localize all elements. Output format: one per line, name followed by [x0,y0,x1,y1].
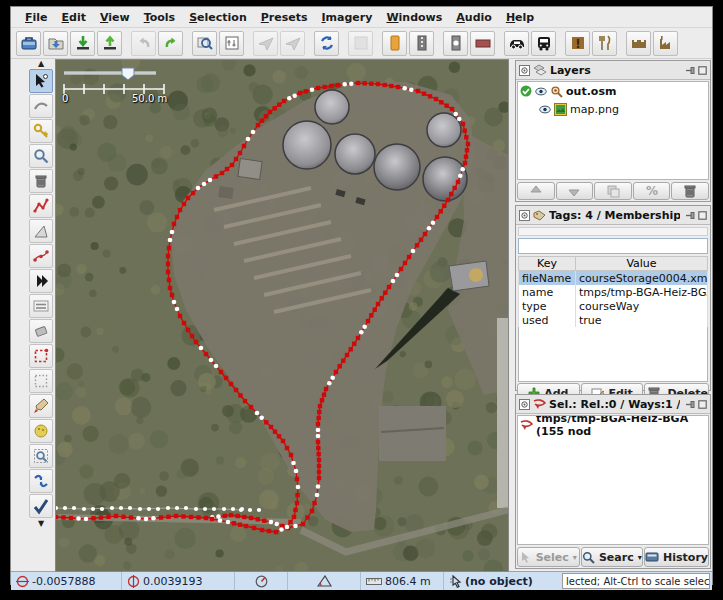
layer-duplicate-button[interactable] [594,182,632,200]
menu-presets[interactable]: Presets [255,9,316,26]
paint-tool[interactable] [29,394,53,418]
refresh-button[interactable] [314,31,339,56]
layers-icon [533,64,547,76]
search-icon [582,551,595,564]
redo-button[interactable] [158,31,183,56]
tools-scroll-up-icon[interactable]: ▲ [38,59,44,68]
search-button[interactable]: Searc▾ [581,547,644,567]
eye-icon[interactable] [539,105,551,114]
menu-view[interactable]: View [94,9,138,26]
tag-filter-input[interactable] [518,238,708,254]
open-file-button[interactable] [16,31,41,56]
draw-way-tool[interactable] [29,94,53,118]
preset-motorway-button[interactable] [382,31,407,56]
preset-car-button[interactable] [504,31,529,56]
palette-tool[interactable] [29,419,53,443]
pin-icon[interactable] [686,66,695,75]
more-tools[interactable] [29,269,53,293]
apply-tool[interactable] [29,494,53,518]
heading-readout [235,572,288,590]
osm-layer-icon [550,85,563,98]
preset-trunk-button[interactable] [409,31,434,56]
tags-panel: Tags: 4 / Memberships: 0 Key Value fileN… [515,205,711,391]
main-toolbar: ! [11,28,712,59]
blank-button[interactable] [348,31,373,56]
preset-road-button[interactable] [443,31,468,56]
layers-title: Layers [550,64,591,77]
key-tool[interactable] [29,119,53,143]
tag-row[interactable]: typecourseWay [519,299,708,313]
selection-mode-button[interactable]: Selec▾ [517,547,580,567]
node-path-tool[interactable] [29,244,53,268]
tags-table: Key Value fileNamecourseStorage0004.xml … [518,256,708,327]
menu-audio[interactable]: Audio [450,9,500,26]
popout-icon[interactable] [698,211,707,220]
tag-icon [533,210,546,221]
collapse-icon[interactable] [519,65,530,76]
menu-selection[interactable]: Selection [183,9,255,26]
josm-window: FileEditViewToolsSelectionPresetsImagery… [10,6,713,585]
layer-row-out-osm[interactable]: out.osm [518,82,708,100]
tools-scroll-down-icon[interactable]: ▼ [38,519,44,528]
eye-icon[interactable] [535,87,547,96]
tag-row[interactable]: nametmps/tmp-BGA-Heiz-BGA [519,285,708,299]
menu-imagery[interactable]: Imagery [316,9,381,26]
pin-icon[interactable] [686,211,695,220]
zoom-tool[interactable] [29,144,53,168]
upload-data-button[interactable] [97,31,122,56]
aerial-imagery [56,60,508,571]
wms-layer-button[interactable] [280,31,305,56]
collapse-icon[interactable] [519,210,530,221]
angle-tool[interactable] [29,219,53,243]
longitude-icon [16,575,29,588]
parallel-tool[interactable] [29,294,53,318]
layer-down-button[interactable] [556,182,594,200]
undo-button[interactable] [131,31,156,56]
improve-way-tool[interactable] [29,194,53,218]
preset-building-button[interactable] [470,31,495,56]
menu-edit[interactable]: Edit [56,9,94,26]
tag-row[interactable]: usedtrue [519,313,708,327]
layer-up-button[interactable] [517,182,555,200]
history-button[interactable]: History [644,547,709,567]
layer-delete-button[interactable] [671,182,709,200]
menu-help[interactable]: Help [500,9,542,26]
extrude-tool[interactable] [29,344,53,368]
zoom-box-tool[interactable] [29,444,53,468]
menu-tools[interactable]: Tools [138,9,183,26]
tag-row[interactable]: fileNamecourseStorage0004.xml [519,271,708,286]
preset-bus-button[interactable] [531,31,556,56]
selection-item[interactable]: tmps/tmp-BGA-Heiz-BGA (155 nod [518,416,708,434]
latitude-readout: 0.0039193 [122,572,235,590]
edit-toolbar: ▲ ▼ [27,59,55,571]
layer-opacity-button[interactable]: % [633,182,671,200]
select-tool[interactable] [29,69,53,93]
zoom-selection-button[interactable] [192,31,217,56]
pin-icon[interactable] [686,400,695,409]
longitude-readout: -0.0057888 [11,572,122,590]
preset-tourism-button[interactable]: ! [565,31,590,56]
map-canvas[interactable]: 0 50.0 m [55,59,509,572]
popout-icon[interactable] [698,66,707,75]
layer-row-map-png[interactable]: map.png [518,100,708,118]
merge-tool[interactable] [29,469,53,493]
value-column-header[interactable]: Value [576,257,708,271]
preset-works-button[interactable] [653,31,678,56]
wms-button[interactable] [253,31,278,56]
preset-castle-button[interactable] [626,31,651,56]
menu-windows[interactable]: Windows [380,9,450,26]
popout-icon[interactable] [698,400,707,409]
save-button[interactable] [43,31,68,56]
download-data-button[interactable] [70,31,95,56]
toggle-dialogs-button[interactable] [219,31,244,56]
menu-file[interactable]: File [19,9,56,26]
delete-tool[interactable] [29,169,53,193]
key-column-header[interactable]: Key [519,257,576,271]
active-layer-check-icon[interactable] [520,85,532,97]
angle-readout [288,572,361,590]
lasso-tool[interactable] [29,369,53,393]
preset-restaurant-button[interactable] [592,31,617,56]
collapse-icon[interactable] [519,399,530,410]
way-icon [520,420,533,431]
label-tool[interactable] [29,319,53,343]
